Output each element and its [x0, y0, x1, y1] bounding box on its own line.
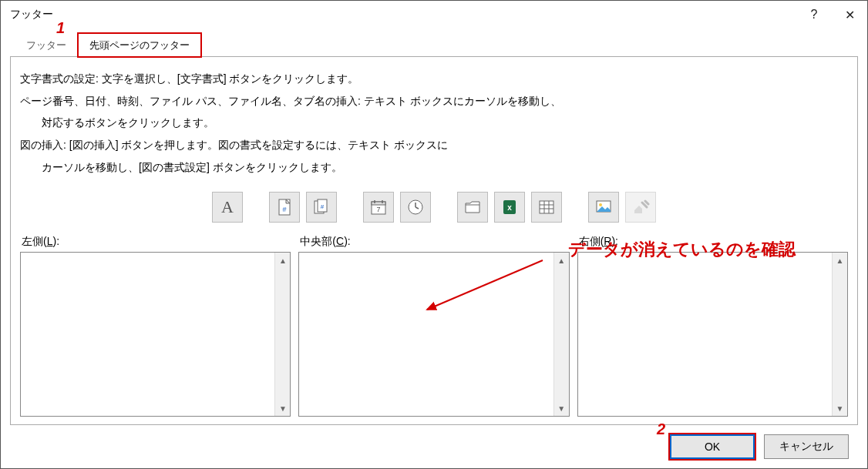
cancel-button[interactable]: キャンセル [764, 434, 849, 459]
scroll-up-icon[interactable]: ▲ [833, 253, 847, 268]
text-format-button[interactable]: A [212, 192, 243, 223]
toolbar: A # # 7 [20, 192, 848, 223]
tab-first-page-footer[interactable]: 先頭ページのフッター [78, 33, 201, 57]
dialog-title: フッター [10, 8, 53, 22]
scrollbar[interactable]: ▲ ▼ [553, 253, 569, 416]
footer-dialog: フッター ? ✕ 1 フッター 先頭ページのフッター 文字書式の設定: 文字を選… [0, 0, 868, 469]
annotation-number-2: 2 [657, 420, 665, 438]
left-section-textbox[interactable]: ▲ ▼ [20, 252, 291, 417]
annotation-number-1: 1 [56, 19, 65, 37]
instruction-line: 対応するボタンをクリックします。 [20, 112, 848, 134]
svg-point-21 [599, 203, 602, 206]
date-icon: 7 [369, 198, 388, 216]
date-button[interactable]: 7 [363, 192, 394, 223]
scroll-up-icon[interactable]: ▲ [275, 253, 290, 268]
time-button[interactable] [400, 192, 431, 223]
left-section-value[interactable] [21, 253, 274, 416]
footer-buttons: 2 OK キャンセル [10, 425, 858, 459]
sheet-name-icon [537, 198, 556, 216]
svg-text:#: # [321, 203, 325, 210]
page-number-button[interactable]: # [269, 192, 300, 223]
center-section-textbox[interactable]: ▲ ▼ [298, 252, 569, 417]
tab-strip: フッター 先頭ページのフッター [15, 32, 858, 56]
titlebar-buttons: ? ✕ [796, 1, 867, 28]
titlebar: フッター ? ✕ [1, 1, 867, 28]
time-icon [406, 198, 425, 216]
file-path-icon [463, 198, 482, 216]
help-icon: ? [811, 8, 818, 22]
ok-button[interactable]: OK [670, 434, 755, 459]
file-name-icon: x [500, 198, 519, 216]
total-pages-button[interactable]: # [306, 192, 337, 223]
instruction-line: 図の挿入: [図の挿入] ボタンを押します。図の書式を設定するには、テキスト ボ… [20, 134, 848, 156]
center-section-value[interactable] [299, 253, 553, 416]
content-area: 1 フッター 先頭ページのフッター 文字書式の設定: 文字を選択し、[文字書式]… [1, 28, 867, 468]
close-icon: ✕ [845, 8, 855, 22]
page-number-icon: # [275, 198, 294, 216]
file-path-button[interactable] [457, 192, 488, 223]
sheet-name-button[interactable] [531, 192, 562, 223]
help-button[interactable]: ? [796, 1, 832, 28]
svg-rect-6 [372, 202, 385, 205]
instruction-line: ページ番号、日付、時刻、ファイル パス、ファイル名、タブ名の挿入: テキスト ボ… [20, 90, 848, 112]
panel: 文字書式の設定: 文字を選択し、[文字書式] ボタンをクリックします。 ページ番… [10, 56, 858, 425]
svg-rect-15 [540, 201, 553, 213]
scrollbar[interactable]: ▲ ▼ [832, 253, 847, 416]
text-format-icon: A [221, 197, 234, 217]
svg-text:#: # [282, 206, 286, 213]
close-button[interactable]: ✕ [832, 1, 867, 28]
tab-footer[interactable]: フッター [15, 33, 78, 57]
scrollbar[interactable]: ▲ ▼ [274, 253, 290, 416]
scroll-down-icon[interactable]: ▼ [833, 400, 847, 416]
right-section-value[interactable] [578, 253, 832, 416]
insert-picture-button[interactable] [588, 192, 619, 223]
format-picture-icon [631, 198, 650, 216]
instruction-line: 文字書式の設定: 文字を選択し、[文字書式] ボタンをクリックします。 [20, 68, 848, 90]
sections: ▲ ▼ ▲ ▼ ▲ ▼ [20, 252, 848, 417]
total-pages-icon: # [312, 198, 331, 216]
scroll-down-icon[interactable]: ▼ [275, 400, 290, 416]
instruction-line: カーソルを移動し、[図の書式設定] ボタンをクリックします。 [20, 156, 848, 179]
format-picture-button[interactable] [625, 192, 656, 223]
svg-text:7: 7 [376, 206, 380, 213]
file-name-button[interactable]: x [494, 192, 525, 223]
left-section-label: 左側(L): [20, 235, 291, 249]
center-section-label: 中央部(C): [298, 235, 569, 249]
scroll-up-icon[interactable]: ▲ [554, 253, 569, 268]
annotation-confirm-text: データが消えているのを確認 [568, 238, 796, 261]
right-section-textbox[interactable]: ▲ ▼ [577, 252, 848, 417]
insert-picture-icon [594, 198, 613, 216]
instructions: 文字書式の設定: 文字を選択し、[文字書式] ボタンをクリックします。 ページ番… [20, 68, 848, 178]
scroll-down-icon[interactable]: ▼ [554, 400, 569, 416]
svg-text:x: x [507, 203, 512, 212]
